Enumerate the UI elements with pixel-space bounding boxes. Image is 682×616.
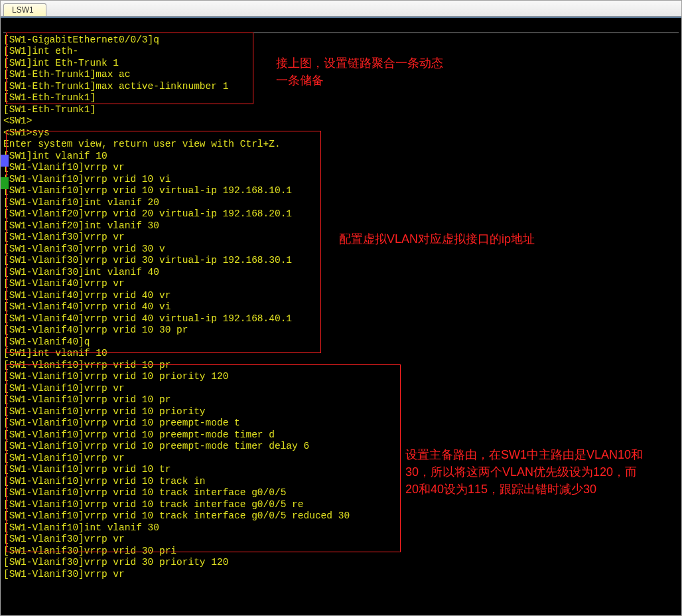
- terminal-line: [SW1-Vlanif40]vrrp vr: [3, 278, 679, 290]
- terminal-line: [SW1-Vlanif30]vrrp vrid 30 pri: [3, 546, 679, 558]
- terminal-line: [SW1-Vlanif10]vrrp vrid 10 priority 120: [3, 371, 679, 383]
- terminal-line: [SW1-Vlanif10]int vlanif 20: [3, 197, 679, 209]
- annotation-text-2: 配置虚拟VLAN对应虚拟接口的ip地址: [339, 230, 604, 248]
- marker-icon: [1, 177, 9, 189]
- terminal-line: [SW1-Vlanif30]vrrp vr: [3, 534, 679, 546]
- terminal-line: [SW1-Vlanif40]vrrp vrid 10 30 pr: [3, 325, 679, 337]
- terminal-line: [SW1]int vlanif 10: [3, 151, 679, 163]
- terminal-line: [SW1-Vlanif10]vrrp vrid 10 pr: [3, 360, 679, 372]
- terminal-line: [SW1-Vlanif10]vrrp vrid 10 track interfa…: [3, 499, 679, 511]
- terminal-line: <SW1>: [3, 116, 679, 127]
- terminal-line: [SW1-Vlanif30]int vlanif 40: [3, 267, 679, 279]
- terminal-line: [SW1-Vlanif10]vrrp vr: [3, 383, 679, 395]
- terminal-line: [SW1-GigabitEthernet0/0/3]q: [3, 35, 679, 46]
- annotation-text-3: 设置主备路由，在SW1中主路由是VLAN10和30，所以将这两个VLAN优先级设…: [405, 446, 644, 498]
- terminal-line: [SW1-Eth-Trunk1]: [3, 104, 679, 116]
- terminal-line: [SW1-Vlanif10]vrrp vrid 10 priority: [3, 406, 679, 418]
- terminal-line: [SW1-Vlanif20]vrrp vrid 20 virtual-ip 19…: [3, 208, 679, 220]
- terminal-line: Enter system view, return user view with…: [3, 139, 679, 151]
- terminal-line: [SW1-Vlanif30]vrrp vr: [3, 569, 679, 581]
- terminal-line: [SW1-Vlanif10]vrrp vrid 10 pr: [3, 394, 679, 406]
- tab-bar: LSW1: [1, 1, 681, 17]
- terminal-line: [SW1-Vlanif10]vrrp vrid 10 vi: [3, 174, 679, 186]
- marker-icon: [1, 155, 9, 167]
- terminal-line: [SW1]int vlanif 10: [3, 348, 679, 360]
- terminal-line: [SW1-Vlanif30]vrrp vrid 30 virtual-ip 19…: [3, 255, 679, 267]
- terminal-line: [SW1-Vlanif10]vrrp vr: [3, 162, 679, 174]
- terminal-line: [SW1-Vlanif10]vrrp vrid 10 preempt-mode …: [3, 429, 679, 441]
- terminal-line: [SW1-Vlanif10]vrrp vrid 10 preempt-mode …: [3, 418, 679, 429]
- terminal-line: <SW1>sys: [3, 127, 679, 139]
- terminal-line: [SW1-Vlanif40]vrrp vrid 40 vi: [3, 301, 679, 313]
- terminal-line: [SW1-Vlanif40]vrrp vrid 40 vr: [3, 290, 679, 302]
- terminal-line: [SW1-Vlanif10]int vlanif 30: [3, 522, 679, 534]
- terminal-line: [SW1-Vlanif40]q: [3, 337, 679, 348]
- terminal-line: [SW1-Vlanif30]vrrp vrid 30 priority 120: [3, 557, 679, 569]
- terminal[interactable]: [SW1-GigabitEthernet0/0/3]q [SW1]int eth…: [1, 17, 681, 616]
- annotation-text-1: 接上图，设置链路聚合一条动态一条储备: [276, 54, 495, 89]
- terminal-line: [SW1-Vlanif10]vrrp vrid 10 virtual-ip 19…: [3, 185, 679, 197]
- terminal-line: [SW1-Vlanif10]vrrp vrid 10 track interfa…: [3, 510, 679, 522]
- terminal-line: [SW1-Eth-Trunk1]: [3, 92, 679, 104]
- terminal-cut-line: [3, 21, 679, 33]
- tab-lsw1[interactable]: LSW1: [3, 3, 46, 16]
- terminal-line: [SW1-Vlanif40]vrrp vrid 40 virtual-ip 19…: [3, 313, 679, 325]
